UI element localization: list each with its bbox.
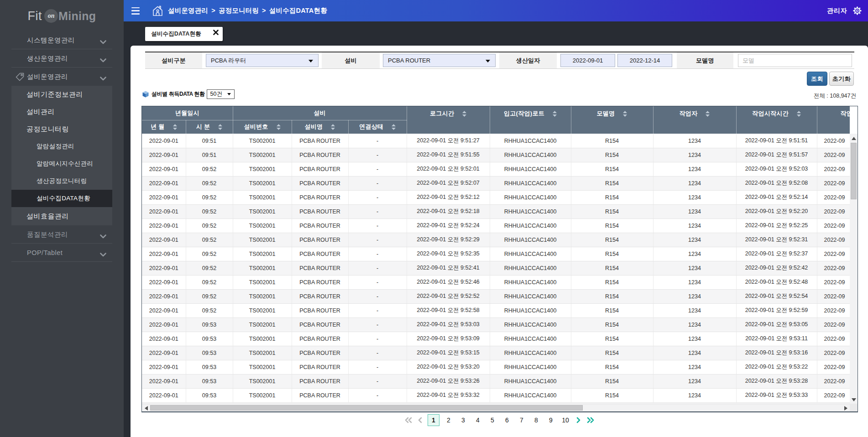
table-cell: 09:52 [186,303,233,317]
table-row[interactable]: 2022-09-0109:53TS002001PCBA ROUTER-2022-… [142,388,850,402]
sidebar-item-3[interactable]: 설비기준정보관리 [11,86,112,103]
hamburger-menu-icon[interactable] [131,7,140,15]
table-row[interactable]: 2022-09-0109:52TS002001PCBA ROUTER-2022-… [142,233,850,247]
table-row[interactable]: 2022-09-0109:52TS002001PCBA ROUTER-2022-… [142,261,850,275]
table-cell: 2022-09-01 [142,162,186,176]
table-cell: RHHUA1CCAC1400 [490,233,571,247]
vertical-scrollbar[interactable] [850,106,858,404]
page-button-current[interactable]: 1 [428,414,439,426]
table-row[interactable]: 2022-09-0109:53TS002001PCBA ROUTER-2022-… [142,332,850,346]
sidebar-item-label: 설비효율관리 [26,212,69,221]
first-page-button[interactable] [403,414,413,426]
breadcrumb-item[interactable]: 공정모니터링 [219,7,259,14]
page-button-9[interactable]: 9 [545,414,556,426]
page-button-7[interactable]: 7 [516,414,527,426]
page-button-6[interactable]: 6 [502,414,512,426]
table-row[interactable]: 2022-09-0109:52TS002001PCBA ROUTER-2022-… [142,247,850,261]
table-cell: RHHUA1CCAC1400 [490,247,571,261]
col-header-equip-no[interactable]: 설비번호 [233,120,292,134]
table-row[interactable]: 2022-09-0109:52TS002001PCBA ROUTER-2022-… [142,218,850,233]
page-size-select[interactable]: 50건 [207,89,235,99]
reset-button[interactable]: 초기화 [829,72,854,86]
col-header-work-end[interactable]: 작업종료시간 [817,106,850,134]
col-group-datetime[interactable]: 년월일시 [142,106,233,120]
table-cell: R154 [571,233,653,247]
table-row[interactable]: 2022-09-0109:52TS002001PCBA ROUTER-2022-… [142,204,850,218]
table-row[interactable]: 2022-09-0109:51TS002001PCBA ROUTER-2022-… [142,148,850,162]
home-icon[interactable] [152,5,163,17]
prev-page-button[interactable] [415,414,424,426]
sidebar-item-1[interactable]: 생산운영관리 [0,49,124,68]
search-button[interactable]: 조회 [807,72,827,86]
sidebar-item-6[interactable]: 알람설정관리 [11,138,112,155]
sidebar-item-4[interactable]: 설비관리 [11,103,112,120]
table-row[interactable]: 2022-09-0109:52TS002001PCBA ROUTER-2022-… [142,190,850,204]
sidebar-item-label: 시스템운영관리 [27,36,75,45]
sort-icon [797,111,801,117]
table-cell: RHHUA1CCAC1400 [490,289,571,303]
table-row[interactable]: 2022-09-0109:52TS002001PCBA ROUTER-2022-… [142,162,850,176]
table-cell: 2022-09-01 오전 9:53:28 [736,374,817,388]
sidebar-item-2[interactable]: 설비운영관리 [0,68,124,86]
col-header-equip-name[interactable]: 설비명 [292,120,348,134]
table-cell: PCBA ROUTER [292,388,348,402]
table-body: 2022-09-0109:51TS002001PCBA ROUTER-2022-… [142,134,850,402]
sidebar-item-12[interactable]: POP/Tablet [0,244,124,262]
col-header-time[interactable]: 시 분 [186,120,233,134]
page-button-5[interactable]: 5 [487,414,498,426]
sidebar-item-9[interactable]: 설비수집DATA현황 [11,190,112,207]
next-page-button[interactable] [574,414,583,426]
table-row[interactable]: 2022-09-0109:52TS002001PCBA ROUTER-2022-… [142,303,850,317]
last-page-button[interactable] [586,414,595,426]
sidebar-item-7[interactable]: 알람메시지수신관리 [11,155,112,172]
sidebar-item-0[interactable]: 시스템운영관리 [0,31,124,49]
model-input[interactable] [738,54,852,67]
table-cell: - [348,317,407,332]
page-button-10[interactable]: 10 [560,414,571,426]
table-row[interactable]: 2022-09-0109:52TS002001PCBA ROUTER-2022-… [142,176,850,190]
table-row[interactable]: 2022-09-0109:52TS002001PCBA ROUTER-2022-… [142,289,850,303]
page-button-2[interactable]: 2 [443,414,454,426]
sidebar-item-label: 설비관리 [26,108,55,116]
gear-icon[interactable] [853,6,862,15]
col-header-date[interactable]: 년 월 [142,120,186,134]
equipment-select[interactable]: PCBA ROUTER [383,54,496,67]
table-row[interactable]: 2022-09-0109:53TS002001PCBA ROUTER-2022-… [142,360,850,374]
scroll-left-icon[interactable] [143,404,149,412]
col-header-worker[interactable]: 작업자 [653,106,736,134]
sidebar-item-5[interactable]: 공정모니터링 [11,120,112,138]
page-button-4[interactable]: 4 [472,414,483,426]
vertical-scrollbar-thumb[interactable] [851,143,857,199]
tab-equipment-data[interactable]: 설비수집DATA현황 [145,27,223,41]
scroll-down-icon[interactable] [850,396,858,403]
table-row[interactable]: 2022-09-0109:53TS002001PCBA ROUTER-2022-… [142,346,850,360]
col-header-log-time[interactable]: 로그시간 [407,106,490,134]
table-cell: PCBA ROUTER [292,247,348,261]
horizontal-scrollbar-thumb[interactable] [150,405,583,411]
table-row[interactable]: 2022-09-0109:52TS002001PCBA ROUTER-2022-… [142,275,850,289]
table-row[interactable]: 2022-09-0109:53TS002001PCBA ROUTER-2022-… [142,317,850,332]
col-header-work-start[interactable]: 작업시작시간 [736,106,817,134]
horizontal-scrollbar[interactable] [142,404,850,411]
date-to-input[interactable]: 2022-12-14 [617,54,672,67]
col-header-lot[interactable]: 입고(작업)로트 [490,106,571,134]
table-row[interactable]: 2022-09-0109:51TS002001PCBA ROUTER-2022-… [142,134,850,148]
scroll-up-icon[interactable] [850,135,858,141]
equipment-type-select[interactable]: PCBA 라우터 [206,54,319,67]
col-header-conn-status[interactable]: 연결상태 [348,120,407,134]
col-header-model[interactable]: 모델명 [571,106,653,134]
close-icon[interactable] [213,30,219,35]
user-label[interactable]: 관리자 [827,7,847,15]
sidebar-item-10[interactable]: 설비효율관리 [11,207,112,225]
breadcrumb-item[interactable]: 설비운영관리 [168,7,208,14]
col-group-equipment[interactable]: 설비 [233,106,407,120]
breadcrumb-item[interactable]: 설비수집DATA현황 [269,7,327,14]
page-button-8[interactable]: 8 [531,414,542,426]
page-button-3[interactable]: 3 [458,414,469,426]
table-row[interactable]: 2022-09-0109:53TS002001PCBA ROUTER-2022-… [142,374,850,388]
sidebar-item-8[interactable]: 생산공정모니터링 [11,172,112,190]
date-from-input[interactable]: 2022-09-01 [560,54,615,67]
sidebar-item-11[interactable]: 품질분석관리 [0,225,124,244]
table-cell: 2022-09 [817,204,850,218]
scroll-right-icon[interactable] [842,404,849,412]
